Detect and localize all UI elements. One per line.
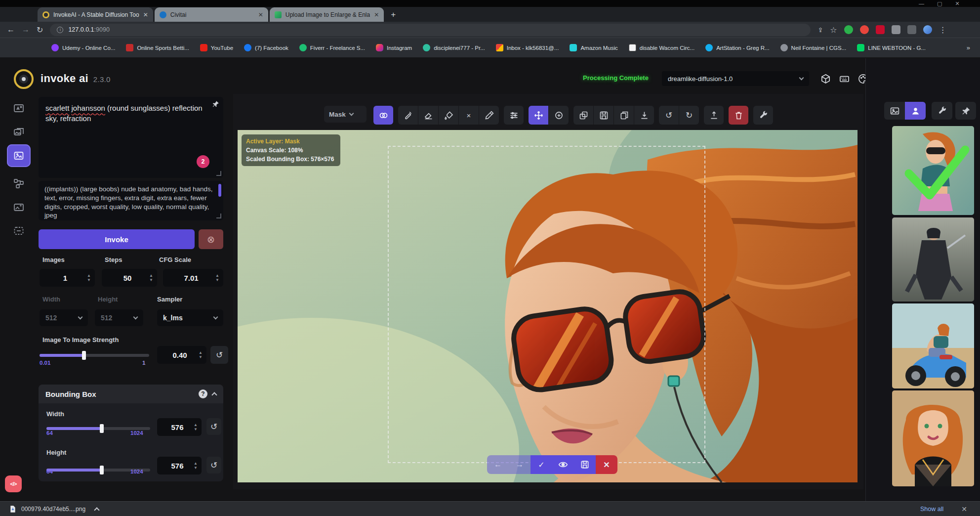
bbox-height-reset-icon[interactable]: ↺ — [206, 457, 221, 473]
resize-handle[interactable] — [216, 171, 221, 176]
redo-icon[interactable]: ↻ — [679, 106, 699, 125]
tab-post-processing[interactable] — [7, 196, 31, 218]
merge-visible-icon[interactable] — [573, 106, 593, 125]
prompt-textarea[interactable]: scarlett johansson (round sunglasses) re… — [39, 97, 223, 178]
undo-icon[interactable]: ↺ — [659, 106, 679, 125]
extension-grammarly-icon[interactable] — [844, 25, 853, 34]
gallery-settings-icon[interactable] — [932, 102, 952, 120]
tab-training[interactable] — [7, 219, 31, 242]
bounding-box-header[interactable]: Bounding Box ? — [39, 385, 223, 403]
pin-options-icon[interactable] — [211, 100, 220, 110]
cancel-button[interactable]: ⊗ — [199, 229, 223, 249]
strength-stepper[interactable]: 0.40▲▼ — [157, 346, 206, 364]
extensions-puzzle-icon[interactable] — [892, 25, 900, 34]
window-minimize-icon[interactable]: — — [919, 0, 924, 7]
negative-prompt-textarea[interactable]: ((implants)) (large boobs) nude bad anat… — [39, 181, 223, 220]
tab-close-icon[interactable]: ✕ — [143, 11, 148, 18]
bookmark-item[interactable]: (7) Facebook — [244, 44, 288, 51]
bookmark-item[interactable]: YouTube — [200, 44, 233, 51]
console-toggle-button[interactable]: </> — [5, 475, 22, 492]
bookmark-item[interactable]: disciplenei777 - Pr... — [423, 44, 485, 51]
bookmark-item[interactable]: Inbox - klk56831@... — [496, 44, 559, 51]
stepper-arrows-icon[interactable]: ▲▼ — [87, 274, 91, 282]
height-select[interactable]: 512 — [95, 309, 143, 326]
share-icon[interactable]: ⇪ — [817, 26, 823, 34]
browser-tab-upload[interactable]: Upload Image to Enlarge & Enla ✕ — [270, 7, 384, 22]
tab-text-to-image[interactable] — [7, 97, 31, 120]
images-stepper[interactable]: 1▲▼ — [40, 269, 95, 287]
download-image-icon[interactable] — [634, 106, 654, 125]
save-to-gallery-icon[interactable] — [594, 106, 613, 125]
bookmark-item[interactable]: Neil Fontaine | CGS... — [780, 44, 847, 51]
stepper-arrows-icon[interactable]: ▲▼ — [215, 274, 219, 282]
stepper-arrows-icon[interactable]: ▲▼ — [194, 462, 198, 470]
invoke-button[interactable]: Invoke — [39, 229, 195, 249]
brush-options-icon[interactable] — [504, 106, 524, 125]
extension-adblock-icon[interactable] — [876, 25, 885, 34]
browser-tab-invokeai[interactable]: InvokeAI - A Stable Diffusion Too ✕ — [38, 7, 153, 22]
bookmark-item[interactable]: LINE WEBTOON - G... — [857, 44, 926, 51]
show-hide-icon[interactable] — [552, 455, 574, 474]
bbox-width-reset-icon[interactable]: ↺ — [206, 418, 221, 435]
show-all-downloads-link[interactable]: Show all — [920, 506, 943, 513]
bookmark-item[interactable]: Online Sports Betti... — [126, 44, 189, 51]
model-select[interactable]: dreamlike-diffusion-1.0 — [662, 71, 809, 86]
steps-stepper[interactable]: 50▲▼ — [102, 269, 157, 287]
collapse-icon[interactable] — [211, 392, 217, 397]
new-tab-button[interactable]: + — [391, 10, 396, 20]
canvas-bounding-box[interactable] — [388, 146, 705, 463]
window-close-icon[interactable]: ✕ — [955, 0, 959, 7]
tab-unified-canvas[interactable] — [7, 144, 31, 167]
site-info-icon[interactable]: i — [57, 27, 63, 33]
bookmark-item[interactable]: Fiverr - Freelance S... — [299, 44, 365, 51]
stepper-arrows-icon[interactable]: ▲▼ — [199, 351, 203, 359]
brush-icon[interactable] — [398, 106, 418, 125]
reload-icon[interactable]: ↻ — [37, 25, 43, 35]
clear-canvas-icon[interactable] — [729, 106, 748, 125]
cfg-stepper[interactable]: 7.01▲▼ — [163, 269, 223, 287]
stepper-arrows-icon[interactable]: ▲▼ — [149, 274, 153, 282]
bookmark-star-icon[interactable]: ☆ — [830, 25, 837, 35]
profile-avatar[interactable] — [923, 25, 932, 34]
accept-icon[interactable]: ✓ — [531, 455, 552, 474]
gallery-thumbnail[interactable] — [892, 217, 974, 301]
back-icon[interactable]: ← — [7, 25, 15, 34]
gallery-thumbnail[interactable] — [892, 303, 974, 388]
copy-to-clipboard-icon[interactable] — [614, 106, 634, 125]
pin-gallery-icon[interactable] — [955, 102, 976, 120]
side-panel-icon[interactable] — [907, 25, 916, 34]
bbox-width-stepper[interactable]: 576▲▼ — [157, 418, 202, 436]
bookmark-item[interactable]: ArtStation - Greg R... — [705, 44, 769, 51]
slider-thumb[interactable] — [82, 351, 86, 360]
strength-reset-icon[interactable]: ↺ — [210, 346, 228, 364]
slider-thumb[interactable] — [100, 466, 104, 474]
bbox-height-stepper[interactable]: 576▲▼ — [157, 457, 202, 474]
model-manager-cube-icon[interactable] — [818, 71, 833, 86]
hotkeys-keyboard-icon[interactable] — [837, 71, 852, 86]
layer-select[interactable]: Mask — [324, 106, 367, 123]
tab-nodes[interactable] — [7, 172, 31, 195]
gallery-thumbnail[interactable] — [892, 390, 974, 486]
tab-close-icon[interactable]: ✕ — [374, 11, 379, 18]
images-tab-icon[interactable] — [884, 102, 905, 120]
url-bar[interactable]: i 127.0.0.1:9090 — [50, 24, 811, 36]
bookmarks-overflow-icon[interactable]: » — [967, 44, 970, 51]
browser-tab-civitai[interactable]: Civitai ✕ — [155, 7, 268, 22]
slider-thumb[interactable] — [100, 424, 104, 433]
tab-close-icon[interactable]: ✕ — [258, 11, 263, 18]
resize-handle[interactable] — [216, 214, 221, 218]
width-select[interactable]: 512 — [40, 309, 88, 326]
reset-view-icon[interactable] — [549, 106, 569, 125]
scrollbar-thumb[interactable] — [218, 184, 221, 197]
download-menu-icon[interactable] — [94, 507, 99, 513]
bookmark-item[interactable]: Instagram — [376, 44, 412, 51]
bookmark-item[interactable]: disable Wacom Circ... — [629, 44, 694, 51]
stepper-arrows-icon[interactable]: ▲▼ — [194, 423, 198, 431]
close-downloads-icon[interactable]: ✕ — [961, 505, 967, 513]
people-tab-icon[interactable] — [905, 102, 926, 120]
gallery-thumbnail-selected[interactable] — [892, 126, 974, 215]
discard-icon[interactable]: ✕ — [596, 455, 617, 474]
window-maximize-icon[interactable]: ▢ — [937, 0, 942, 7]
upload-icon[interactable] — [704, 106, 724, 125]
canvas-settings-icon[interactable] — [753, 106, 773, 125]
